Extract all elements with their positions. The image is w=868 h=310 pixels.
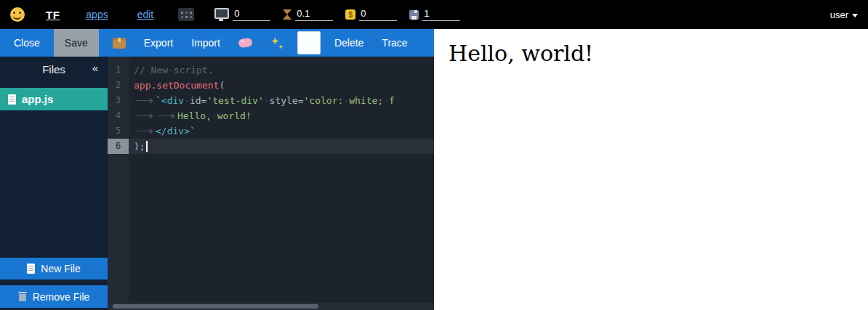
soap-icon: [238, 38, 252, 49]
gutter: 123456: [108, 57, 129, 310]
token-ws: ·: [343, 95, 349, 106]
import-button[interactable]: Import: [187, 29, 225, 57]
editor-toolbar: Close Save Export Import Delete Trace: [0, 29, 434, 57]
files-sidebar: Files « app.js New File Remove File: [0, 57, 108, 310]
token-string: white;: [349, 95, 383, 106]
collapse-sidebar-button[interactable]: «: [92, 62, 98, 74]
code-line[interactable]: Hello,·world!: [129, 108, 434, 123]
files-header: Files «: [0, 57, 108, 81]
workspace: Close Save Export Import Delete Trace Fi…: [0, 29, 868, 310]
brand-link[interactable]: TF: [46, 9, 60, 21]
token-string: `: [156, 95, 161, 106]
trace-button[interactable]: Trace: [377, 29, 411, 57]
token-string: f: [389, 95, 395, 106]
user-menu[interactable]: user: [830, 9, 858, 20]
floppy-stat-value[interactable]: 1: [422, 8, 460, 21]
new-file-icon: [27, 264, 35, 274]
preview-pane: Hello, world!: [434, 29, 868, 310]
soap-button[interactable]: [234, 29, 257, 57]
token-attr: id=: [190, 95, 206, 106]
monitor-icon: [214, 8, 229, 19]
token-ws: ·: [383, 95, 389, 106]
code-line[interactable]: app.setDocument(: [129, 78, 434, 93]
token-tag: <div: [161, 95, 184, 106]
tab-whitespace-icon: [134, 93, 156, 108]
token-property: setDocument: [156, 80, 219, 91]
token-string: 'color:: [304, 95, 344, 106]
sparkles-icon: [270, 36, 284, 49]
token-string: `: [190, 126, 196, 136]
hourglass-stat-value[interactable]: 0.1: [295, 8, 333, 21]
code-editor[interactable]: 123456 //·New·script.app.setDocument(`<d…: [108, 57, 434, 310]
gutter-line-number: 1: [108, 62, 129, 78]
money-stat-value[interactable]: 0: [359, 8, 397, 21]
close-button[interactable]: Close: [9, 29, 44, 57]
token-comment: New: [150, 65, 167, 76]
gutter-line-number: 4: [108, 108, 129, 123]
token-comment: script.: [174, 65, 214, 76]
trash-icon: [18, 292, 27, 301]
token-string: Hello,: [177, 110, 212, 121]
token-punct: );: [134, 141, 145, 152]
export-button[interactable]: Export: [140, 29, 177, 57]
files-header-label: Files: [42, 63, 65, 76]
package-button[interactable]: [108, 29, 130, 57]
ide-body: Files « app.js New File Remove File: [0, 57, 434, 310]
app-thumbnail-icon[interactable]: [178, 8, 194, 21]
nav-edit-link[interactable]: edit: [137, 9, 154, 20]
token-punct: (: [219, 80, 225, 91]
user-menu-label: user: [830, 9, 848, 20]
money-icon: [345, 9, 355, 20]
save-button[interactable]: Save: [54, 29, 99, 57]
hourglass-stat: 0.1: [283, 8, 333, 22]
code-area[interactable]: //·New·script.app.setDocument(`<div·id='…: [129, 57, 434, 154]
remove-file-button[interactable]: Remove File: [0, 285, 108, 308]
text-cursor: [146, 141, 148, 152]
code-line[interactable]: `<div·id='test-div'·style='color:·white;…: [129, 93, 434, 108]
topbar-stats: 00.101: [214, 8, 460, 22]
file-icon: [8, 94, 16, 105]
tab-whitespace-icon: [134, 108, 156, 123]
token-tag: </div>: [156, 126, 190, 136]
caret-down-icon: [852, 14, 858, 17]
gutter-line-number: 2: [108, 78, 129, 93]
code-line[interactable]: </div>`: [129, 123, 434, 139]
tab-whitespace-icon: [134, 123, 156, 139]
token-punct: .: [150, 80, 156, 91]
ide-panel: Close Save Export Import Delete Trace Fi…: [0, 29, 434, 310]
preview-heading: Hello, world!: [449, 41, 868, 67]
file-item-appjs[interactable]: app.js: [0, 88, 108, 110]
token-attr: style=: [270, 95, 304, 106]
scrollbar-thumb[interactable]: [113, 304, 318, 309]
token-ws: ·: [264, 95, 270, 106]
code-line[interactable]: );: [129, 139, 434, 154]
floppy-icon: [409, 10, 419, 20]
token-comment: //: [134, 65, 145, 76]
gutter-line-number: 6: [108, 139, 129, 154]
delete-button[interactable]: Delete: [330, 29, 368, 57]
money-stat: 0: [345, 8, 397, 22]
token-string: world!: [217, 110, 252, 121]
hourglass-icon: [283, 9, 292, 20]
token-string: 'test-div': [206, 95, 263, 106]
code-line[interactable]: //·New·script.: [129, 62, 434, 78]
gutter-line-number: 3: [108, 93, 129, 108]
topbar: TF apps edit 00.101 user: [0, 0, 868, 29]
new-file-button[interactable]: New File: [0, 258, 108, 280]
gutter-line-number: 5: [108, 123, 129, 139]
nav-apps-link[interactable]: apps: [86, 9, 108, 20]
new-file-label: New File: [41, 263, 80, 274]
token-variable: app: [134, 80, 150, 91]
smiley-icon[interactable]: [10, 7, 25, 22]
remove-file-label: Remove File: [33, 291, 90, 303]
package-icon: [113, 38, 126, 49]
token-ws: ·: [184, 95, 190, 106]
monitor-stat: 0: [214, 8, 270, 22]
token-ws: ·: [168, 65, 174, 76]
horizontal-scrollbar[interactable]: [108, 303, 434, 310]
blank-button[interactable]: [297, 31, 321, 54]
sparkles-button[interactable]: [266, 29, 288, 57]
monitor-stat-value[interactable]: 0: [233, 8, 270, 21]
file-name: app.js: [22, 93, 53, 105]
floppy-stat: 1: [409, 8, 460, 22]
